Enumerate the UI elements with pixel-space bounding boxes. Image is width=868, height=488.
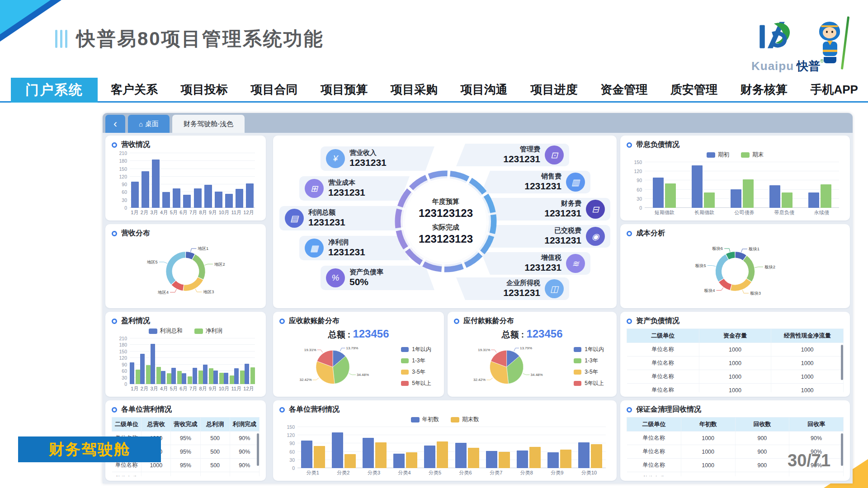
back-button[interactable]: ‹ xyxy=(105,115,125,133)
legend-item: 期初 xyxy=(707,151,729,159)
panel-interest-debt: 带息负债情况 期初期末0306090120150短期借款长期借款公司债券带息负债… xyxy=(620,136,850,221)
table-cell: 单位名称 xyxy=(627,384,699,393)
tab-desktop[interactable]: ⌂ 桌面 xyxy=(128,115,170,133)
table-scrollbar[interactable] xyxy=(257,433,259,466)
bar xyxy=(486,451,497,468)
bar xyxy=(188,376,192,384)
bar xyxy=(151,344,155,384)
nav-item[interactable]: 财务核算 xyxy=(741,82,788,98)
y-tick-label: 0 xyxy=(113,381,127,387)
mascot-staff xyxy=(841,16,849,70)
nav-item[interactable]: 项目沟通 xyxy=(461,82,508,98)
bar xyxy=(131,182,139,208)
nav-item[interactable]: 资金管理 xyxy=(600,82,647,98)
table-header: 资金存量 xyxy=(699,329,771,343)
table-cell: 1000 xyxy=(681,472,735,477)
x-tick-label: 分类5 xyxy=(429,469,441,476)
bar xyxy=(194,188,202,208)
x-tick-label: 10月 xyxy=(219,385,229,392)
chart-legend: 利润总和净利润 xyxy=(112,327,259,335)
x-tick-label: 7月 xyxy=(189,209,197,216)
y-tick-label: 0 xyxy=(281,465,295,471)
bar xyxy=(215,192,222,208)
y-tick-label: 60 xyxy=(113,368,127,374)
bar xyxy=(375,442,387,468)
table-header: 回收率 xyxy=(789,418,844,432)
table-scrollbar[interactable] xyxy=(841,433,843,466)
table-cell: 90% xyxy=(230,432,259,445)
table-scrollbar[interactable] xyxy=(841,345,843,380)
legend-item: 5年以上 xyxy=(401,380,431,387)
table-header: 营收完成 xyxy=(171,418,200,432)
x-tick-label: 1月 xyxy=(131,209,138,216)
panel-title: 营收情况 xyxy=(121,140,150,150)
nav-item[interactable]: 项目预算 xyxy=(321,82,368,98)
x-tick-label: 3月 xyxy=(150,209,158,216)
panel-bullet-icon xyxy=(112,407,117,413)
nav-item[interactable]: 项目采购 xyxy=(391,82,438,98)
table-cell: 900 xyxy=(735,445,789,459)
y-tick-label: 180 xyxy=(113,342,127,347)
bar xyxy=(140,354,145,384)
table-cell: 95% xyxy=(171,472,200,477)
bar xyxy=(653,178,664,208)
nav-item[interactable]: 客户关系 xyxy=(111,82,158,98)
bar xyxy=(393,454,405,468)
y-tick-label: 60 xyxy=(113,189,127,195)
y-tick-label: 150 xyxy=(113,349,127,354)
kp-logo-mark xyxy=(754,16,794,58)
nav-item[interactable]: 质安管理 xyxy=(670,82,717,98)
bar xyxy=(437,441,448,468)
bar xyxy=(183,195,191,208)
svg-text:板块4: 板块4 xyxy=(704,288,715,293)
bar xyxy=(743,179,754,208)
table-cell: 1000 xyxy=(699,370,771,384)
table-cell: 500 xyxy=(200,432,230,445)
x-tick-label: 分类4 xyxy=(398,469,410,476)
tab-desktop-label: 桌面 xyxy=(145,120,159,128)
tab-finance-cockpit[interactable]: 财务驾驶舱-浅色 xyxy=(172,115,245,133)
panel-revenue: 营收情况 03060901201501802101月2月3月4月5月6月7月8月… xyxy=(105,136,266,221)
bar xyxy=(203,365,208,384)
bar xyxy=(821,184,831,208)
panel-title: 盈利情况 xyxy=(121,316,150,326)
bar xyxy=(142,171,149,208)
svg-text:19.31%: 19.31% xyxy=(478,348,490,352)
table-cell: 1000 xyxy=(699,384,771,393)
bar xyxy=(692,165,703,208)
svg-text:19.31%: 19.31% xyxy=(304,348,316,352)
nav-item[interactable]: 手机APP xyxy=(811,82,858,98)
panel-title: 成本分析 xyxy=(636,229,665,238)
nav-item[interactable]: 项目进度 xyxy=(531,82,578,98)
bar xyxy=(560,450,571,468)
x-tick-label: 带息负债 xyxy=(774,209,794,216)
svg-text:地区3: 地区3 xyxy=(203,290,214,294)
table-row: 单位名称10001000 xyxy=(627,370,844,384)
x-tick-label: 4月 xyxy=(160,209,168,216)
table-cell: 1000 xyxy=(771,343,844,357)
kpi-label: 营业收入 xyxy=(349,149,387,157)
panel-bullet-icon xyxy=(627,407,632,413)
y-tick-label: 150 xyxy=(628,160,642,165)
bar-series xyxy=(297,427,606,468)
bar xyxy=(455,443,467,468)
bar xyxy=(499,452,510,468)
nav-item[interactable]: 项目合同 xyxy=(251,82,298,98)
bar xyxy=(529,447,541,468)
svg-text:板块5: 板块5 xyxy=(695,263,706,268)
bar xyxy=(344,454,356,468)
chart-legend: 年初数期末数 xyxy=(279,416,610,423)
revenue-donut-chart: 地区1地区2地区3地区4地区5 xyxy=(112,239,259,304)
nav-item[interactable]: 项目投标 xyxy=(181,82,228,98)
x-tick-label: 2月 xyxy=(141,209,148,216)
table-cell: 90% xyxy=(230,459,259,472)
table-cell: 单位名称 xyxy=(627,432,681,445)
payables-pie-chart: 总额 : 12345613.79%34.48%32.42%19.31%1年以内1… xyxy=(454,327,610,392)
bar xyxy=(301,441,312,468)
bar xyxy=(130,362,134,384)
bar-series xyxy=(130,153,255,208)
y-tick-label: 30 xyxy=(628,196,642,202)
nav-portal-tab[interactable]: 门户系统 xyxy=(11,78,98,103)
table-header: 总利润 xyxy=(200,418,230,432)
panel-title: 营收分布 xyxy=(121,229,150,238)
